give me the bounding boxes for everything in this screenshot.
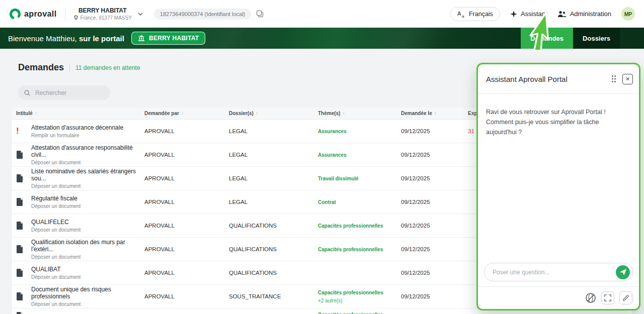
administration-menu[interactable]: Administration: [557, 10, 611, 18]
edit-icon: [622, 294, 629, 301]
dossier: LEGAL: [229, 175, 318, 181]
divider: [69, 64, 70, 71]
assistant-panel-title: Assistant Aprovall Portal: [486, 75, 611, 83]
copy-button[interactable]: [255, 9, 265, 19]
requested-on: 09/12/2025: [401, 128, 468, 134]
request-action: Déposer un document: [31, 301, 144, 307]
request-title: Liste nominative des salariés étrangers …: [31, 168, 144, 182]
dossier: QUALIFICATIONS: [229, 246, 318, 252]
avatar[interactable]: MP: [621, 7, 635, 21]
request-title: Attestation d'assurance décennale: [31, 124, 144, 131]
building-icon: [138, 35, 145, 42]
document-icon: [16, 198, 23, 206]
requested-by: APROVALL: [144, 199, 229, 205]
welcome-name: Bienvenue Matthieu,: [8, 34, 77, 43]
company-chip[interactable]: BERRY HABITAT: [131, 32, 205, 45]
divider: [65, 7, 65, 21]
column-label: Dossier(s): [229, 111, 254, 116]
page-header: Demandes 11 demandes en attente: [18, 62, 140, 73]
pending-count: 11 demandes en attente: [75, 64, 140, 71]
column-header-dossiers[interactable]: Dossier(s)↑: [229, 111, 318, 116]
theme: Travail dissimulé: [318, 176, 401, 181]
requested-by: APROVALL: [144, 128, 229, 134]
close-icon: ×: [625, 75, 629, 82]
sort-asc-icon: ↑: [342, 111, 345, 116]
company-chip-label: BERRY HABITAT: [149, 35, 199, 42]
column-label: Intitulé: [16, 111, 33, 116]
column-header-demandee-le[interactable]: Demandée le↑: [401, 111, 468, 116]
requested-by: APROVALL: [144, 246, 229, 252]
document-icon: [16, 222, 23, 230]
requested-on: 09/12/2025: [401, 152, 468, 158]
theme: Assurances: [318, 152, 401, 158]
search-icon: [24, 89, 30, 96]
theme: Assurances: [318, 129, 401, 134]
assistant-panel-header: Assistant Aprovall Portal ×: [478, 64, 639, 93]
page-title: Demandes: [18, 62, 64, 73]
sort-asc-icon: ↑: [181, 111, 184, 116]
aprovall-logo[interactable]: aprovall: [9, 8, 57, 20]
dossier: QUALIFICATIONS: [229, 223, 318, 229]
welcome-rest: sur le portail: [79, 34, 124, 43]
theme-more: +2 autre(s): [318, 298, 401, 303]
search-input[interactable]: [34, 89, 104, 97]
requested-on: 09/12/2025: [401, 246, 468, 252]
request-title: Régularité fiscale: [31, 195, 144, 202]
assistant-input-box[interactable]: [484, 263, 633, 281]
dossier: QUALIFICATIONS: [229, 270, 318, 276]
column-header-intitule[interactable]: Intitulé↑: [16, 111, 144, 116]
requested-by: APROVALL: [144, 293, 229, 299]
identifier-chip: 18273649000374 (Identifiant local): [154, 9, 251, 20]
company-location: France, 91377 MASSY: [80, 15, 132, 21]
aprovall-logo-icon: [9, 8, 21, 20]
requested-by: APROVALL: [144, 270, 229, 276]
theme: Capacités professionnelles: [318, 312, 401, 314]
column-label: Demandée le: [401, 111, 432, 116]
document-icon: [16, 269, 23, 277]
column-header-themes[interactable]: Thème(s)↑: [318, 111, 401, 116]
requested-on: 09/12/2025: [401, 175, 468, 181]
request-action: Déposer un document: [31, 254, 144, 260]
document-icon: [16, 151, 23, 159]
svg-text:A: A: [457, 11, 461, 17]
request-action: Déposer un document: [31, 203, 144, 209]
request-title: Attestation d'assurance responsabilité c…: [31, 144, 144, 158]
requested-by: APROVALL: [144, 152, 229, 158]
column-header-demandee-par[interactable]: Demandée par↑: [144, 111, 229, 116]
theme: Capacités professionnelles: [318, 247, 401, 252]
edit-button[interactable]: [619, 291, 632, 304]
theme: Capacités professionnelles: [318, 223, 401, 229]
theme: Capacités professionnelles: [318, 290, 401, 295]
requested-on: 09/12/2025: [401, 199, 468, 205]
administration-label: Administration: [570, 10, 611, 18]
requested-on: 09/12/2025: [401, 293, 468, 299]
translate-icon: A a: [457, 10, 465, 18]
theme: Contrat: [318, 199, 401, 205]
close-button[interactable]: ×: [622, 74, 633, 84]
document-icon: [16, 312, 23, 314]
dossier: LEGAL: [229, 152, 318, 158]
copy-icon: [256, 10, 264, 18]
drag-handle-icon[interactable]: [611, 75, 616, 83]
location-pin-icon: [73, 15, 78, 21]
search-box[interactable]: [18, 85, 110, 100]
requested-on: 09/12/2025: [401, 270, 468, 276]
request-title: Document unique des risques professionne…: [31, 286, 144, 300]
document-icon: [16, 245, 23, 253]
fullscreen-button[interactable]: [601, 291, 614, 304]
tab-dossiers[interactable]: Dossiers: [573, 28, 620, 49]
assistant-input[interactable]: [492, 268, 616, 276]
globe-off-icon: [585, 292, 596, 303]
sparkle-icon: [510, 11, 517, 18]
request-action: Remplir un formulaire: [31, 133, 144, 138]
offline-button[interactable]: [585, 292, 596, 303]
dossier: LEGAL: [229, 199, 318, 205]
aprovall-logo-text: aprovall: [24, 10, 57, 19]
company-name: BERRY HABITAT: [73, 7, 132, 14]
company-selector[interactable]: BERRY HABITAT France, 91377 MASSY: [73, 7, 143, 21]
language-button[interactable]: A a Français: [450, 7, 500, 21]
requested-by: APROVALL: [144, 223, 229, 229]
sort-asc-icon: ↑: [35, 111, 37, 116]
send-icon: [619, 268, 627, 276]
send-button[interactable]: [616, 265, 630, 279]
